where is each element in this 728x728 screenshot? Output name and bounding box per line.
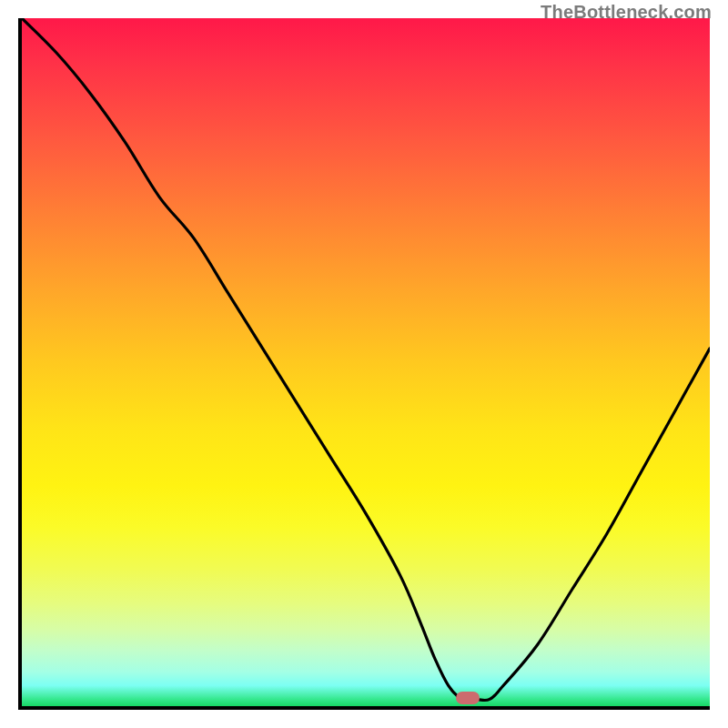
bottleneck-curve-path	[22, 18, 710, 701]
curve-layer	[22, 18, 710, 706]
optimum-marker	[456, 692, 480, 704]
plot-area	[18, 18, 710, 710]
bottleneck-chart: TheBottleneck.com	[0, 0, 728, 728]
